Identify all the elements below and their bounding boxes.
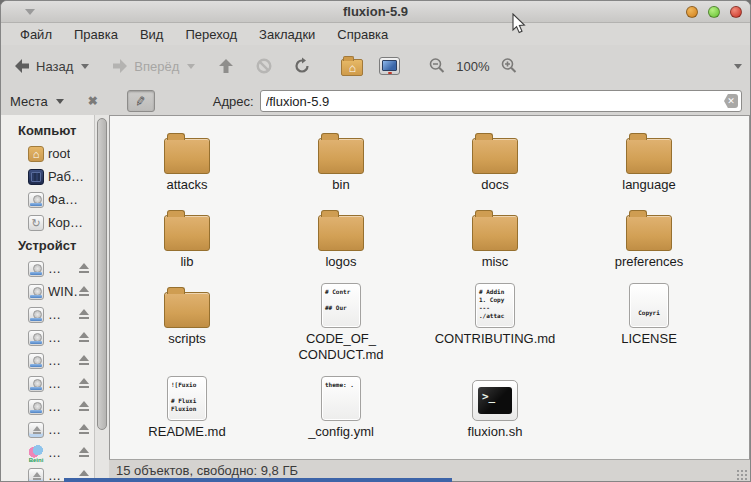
file-item[interactable]: preferences — [572, 197, 726, 274]
zoom-out-button[interactable] — [424, 54, 450, 78]
sidebar-item[interactable]: … — [1, 326, 94, 349]
menu-item-3[interactable]: Переход — [176, 25, 246, 44]
text-file-icon: # Contr ## Our — [321, 283, 361, 328]
sidebar-item[interactable]: … — [1, 395, 94, 418]
maximize-button[interactable] — [708, 6, 720, 18]
menu-item-0[interactable]: Файл — [11, 25, 61, 44]
file-name: _​config.yml — [308, 424, 374, 440]
menu-item-5[interactable]: Справка — [328, 25, 397, 44]
places-label: Места — [10, 94, 48, 109]
file-item[interactable]: ![Fuxio # Fluxi FluxionREADME.md — [110, 367, 264, 444]
close-button[interactable] — [730, 6, 742, 18]
file-name: CONTRIBUTING.md — [435, 331, 556, 347]
toolbar-overflow-caret[interactable] — [734, 64, 742, 69]
file-view[interactable]: attacksbindocslanguageliblogosmiscprefer… — [109, 115, 750, 459]
menu-item-1[interactable]: Правка — [65, 25, 127, 44]
sidebar-item[interactable]: Раб… — [1, 165, 94, 188]
sidebar-item-label: WIN… — [48, 284, 78, 299]
eject-button[interactable] — [78, 401, 90, 412]
eject-button[interactable] — [78, 263, 90, 274]
sidebar-item[interactable]: Кор… — [1, 211, 94, 234]
taskbar-strip — [64, 478, 452, 482]
up-button[interactable] — [213, 54, 239, 78]
menu-item-4[interactable]: Закладки — [250, 25, 324, 44]
eject-button[interactable] — [78, 309, 90, 320]
forward-button[interactable]: Вперёд — [107, 54, 199, 78]
sidebar-item[interactable]: … — [1, 349, 94, 372]
sidebar-item[interactable]: Фа… — [1, 188, 94, 211]
edit-address-button[interactable]: ✎ — [127, 90, 155, 112]
arrow-left-icon — [13, 57, 31, 75]
places-caret-icon — [56, 99, 64, 104]
file-item[interactable]: attacks — [110, 120, 264, 197]
sidebar-item[interactable]: … — [1, 303, 94, 326]
folder-icon — [472, 138, 518, 174]
places-dropdown[interactable]: Места — [7, 92, 67, 111]
file-item[interactable]: misc — [418, 197, 572, 274]
forward-label: Вперёд — [134, 59, 179, 74]
file-item[interactable]: bin — [264, 120, 418, 197]
sidebar-item[interactable]: … — [1, 418, 94, 441]
scrollbar-thumb[interactable] — [97, 118, 107, 430]
file-item[interactable]: scripts — [110, 274, 264, 367]
file-item[interactable]: # Addin 1. Copy --- ./attacCONTRIBUTING.… — [418, 274, 572, 367]
window-menu-icon[interactable] — [25, 9, 35, 15]
sidebar-item[interactable]: … — [1, 257, 94, 280]
sidebar-item[interactable]: WIN… — [1, 280, 94, 303]
sidebar-item[interactable]: … — [1, 441, 94, 464]
sidebar-item-label: … — [48, 353, 61, 368]
desktop-button[interactable] — [375, 54, 404, 78]
file-item[interactable]: docs — [418, 120, 572, 197]
back-button[interactable]: Назад — [9, 54, 93, 78]
zoom-out-icon — [428, 57, 446, 75]
file-name: docs — [481, 177, 508, 193]
eject-button[interactable] — [78, 447, 90, 458]
sidebar-item[interactable]: root — [1, 142, 94, 165]
sidebar-group-header: Компьют — [1, 119, 94, 142]
file-item[interactable]: language — [572, 120, 726, 197]
pencil-icon: ✎ — [134, 93, 147, 110]
address-label: Адрес: — [213, 94, 254, 109]
sidebar-item-label: Фа… — [48, 192, 78, 207]
eject-button[interactable] — [78, 424, 90, 435]
removable-icon — [28, 468, 44, 482]
eject-button[interactable] — [78, 355, 90, 366]
file-item[interactable]: lib — [110, 197, 264, 274]
menu-item-2[interactable]: Вид — [131, 25, 173, 44]
file-item[interactable]: CopyriLICENSE — [572, 274, 726, 367]
file-item[interactable]: # Contr ## OurCODE_​OF_​CONDUCT.md — [264, 274, 418, 367]
resize-grip[interactable] — [736, 469, 748, 481]
places-close-button[interactable]: ✖ — [85, 93, 101, 109]
file-name: bin — [332, 177, 349, 193]
file-name: attacks — [166, 177, 207, 193]
file-item[interactable]: logos — [264, 197, 418, 274]
stop-button[interactable] — [251, 54, 277, 78]
folder-icon — [626, 215, 672, 251]
location-bar: Места ✖ ✎ Адрес: ✕ — [1, 87, 750, 115]
text-file-icon: # Addin 1. Copy --- ./attac — [475, 283, 515, 328]
eject-button[interactable] — [78, 378, 90, 389]
forward-history-caret[interactable] — [187, 64, 195, 69]
sidebar-item[interactable]: … — [1, 372, 94, 395]
text-file-icon: theme: . — [321, 376, 361, 421]
file-manager-window: fluxion-5.9 ФайлПравкаВидПереходЗакладки… — [0, 0, 751, 482]
home-button[interactable]: ⌂ — [337, 53, 367, 79]
address-input[interactable] — [260, 90, 742, 112]
file-item[interactable]: >_fluxion.sh — [418, 367, 572, 444]
minimize-button[interactable] — [686, 6, 698, 18]
eject-button[interactable] — [78, 286, 90, 297]
file-preview-text: ![Fuxio # Fluxi Fluxion — [171, 381, 203, 413]
file-item[interactable]: theme: ._​config.yml — [264, 367, 418, 444]
zoom-in-button[interactable] — [496, 54, 522, 78]
sidebar-scrollbar[interactable] — [94, 115, 109, 481]
file-name: LICENSE — [621, 331, 677, 347]
sidebar-list: КомпьютrootРаб…Фа…Кор…Устройст…WIN………………… — [1, 115, 94, 481]
arrow-right-icon — [111, 57, 129, 75]
desktop-icon — [28, 169, 44, 185]
reload-button[interactable] — [289, 54, 315, 78]
sidebar-item-label: root — [48, 146, 70, 161]
eject-button[interactable] — [78, 332, 90, 343]
back-history-caret[interactable] — [81, 64, 89, 69]
file-name: lib — [180, 254, 193, 270]
zoom-level: 100% — [456, 59, 489, 74]
